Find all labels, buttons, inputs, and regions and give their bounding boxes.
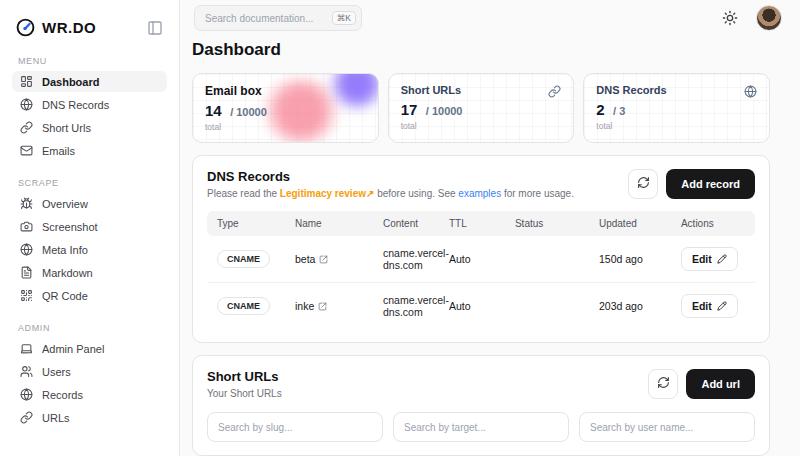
dashboard-icon (20, 75, 33, 88)
external-link-icon (319, 255, 328, 264)
stat-card-title: DNS Records (596, 84, 666, 96)
record-type-badge: CNAME (217, 250, 270, 268)
user-avatar[interactable] (756, 5, 782, 31)
link-icon (20, 411, 33, 424)
link-icon (20, 121, 33, 134)
dns-records-table: Type Name Content TTL Status Updated Act… (207, 211, 755, 329)
main-column: ⌘K Dashboard Email box (180, 0, 800, 456)
sidebar-item-label: Users (42, 366, 71, 378)
record-name-link[interactable]: inke (295, 300, 383, 312)
record-name-link[interactable]: beta (295, 253, 383, 265)
col-header-updated: Updated (599, 218, 681, 229)
stat-card-dns-records: DNS Records 2 / 3 total (583, 73, 770, 143)
sidebar-item-screenshot[interactable]: Screenshot (12, 216, 167, 237)
col-header-content: Content (383, 218, 449, 229)
stat-card-title: Email box (205, 84, 262, 98)
sidebar-item-short-urls[interactable]: Short Urls (12, 117, 167, 138)
search-by-user-name-input[interactable] (579, 412, 755, 442)
desc-text: Please read the (207, 188, 280, 199)
sidebar-item-label: Admin Panel (42, 343, 104, 355)
search-input[interactable] (205, 13, 332, 24)
edit-label: Edit (692, 253, 712, 265)
refresh-icon (657, 376, 670, 392)
desc-text: for more usage. (501, 188, 574, 199)
dns-panel-description: Please read the Legitimacy review↗ befor… (207, 188, 574, 199)
record-content: cname.vercel-dns.com (383, 294, 449, 318)
legitimacy-review-link[interactable]: Legitimacy review↗ (280, 188, 375, 199)
record-type-badge: CNAME (217, 297, 270, 315)
stat-card-caption: total (401, 121, 562, 131)
sidebar-item-admin-panel[interactable]: Admin Panel (12, 338, 167, 359)
sidebar-item-users[interactable]: Users (12, 361, 167, 382)
sidebar-item-records[interactable]: Records (12, 384, 167, 405)
add-url-button[interactable]: Add url (686, 369, 755, 399)
sidebar-section-admin: ADMIN (18, 323, 161, 333)
globe-icon (744, 84, 757, 97)
camera-icon (20, 220, 33, 233)
sidebar-item-dashboard[interactable]: Dashboard (12, 71, 167, 92)
short-urls-subtitle: Your Short URLs (207, 388, 282, 399)
dns-panel-title: DNS Records (207, 169, 574, 184)
short-urls-filters (207, 412, 755, 442)
sidebar-item-label: Screenshot (42, 221, 98, 233)
gauge-logo-icon (16, 18, 35, 37)
sidebar-item-emails[interactable]: Emails (12, 140, 167, 161)
dns-records-panel: DNS Records Please read the Legitimacy r… (192, 155, 770, 343)
record-content: cname.vercel-dns.com (383, 247, 449, 271)
globe-icon (20, 98, 33, 111)
record-updated: 203d ago (599, 300, 681, 312)
search-by-target-input[interactable] (393, 412, 569, 442)
external-link-icon (318, 302, 327, 311)
sidebar-section-menu: MENU (18, 56, 161, 66)
col-header-actions: Actions (681, 218, 745, 229)
link-text: Legitimacy review (280, 188, 366, 199)
sidebar-item-label: QR Code (42, 290, 88, 302)
sidebar-item-dns-records[interactable]: DNS Records (12, 94, 167, 115)
stat-card-short-urls: Short URLs 17 / 10000 total (388, 73, 575, 143)
sidebar-item-label: Meta Info (42, 244, 88, 256)
theme-toggle-sun-icon[interactable] (722, 10, 738, 26)
stat-card-limit: / 10000 (426, 105, 463, 117)
edit-record-button[interactable]: Edit (681, 247, 738, 271)
sidebar-item-urls[interactable]: URLs (12, 407, 167, 428)
short-urls-panel: Short URLs Your Short URLs Add url (192, 355, 770, 456)
col-header-ttl: TTL (449, 218, 515, 229)
toggle-knob (499, 308, 513, 322)
search-by-slug-input[interactable] (207, 412, 383, 442)
sidebar-item-markdown[interactable]: Markdown (12, 262, 167, 283)
stat-card-caption: total (205, 122, 366, 132)
refresh-button[interactable] (628, 169, 658, 199)
globe-icon (20, 243, 33, 256)
laptop-icon (20, 342, 33, 355)
sidebar-item-overview[interactable]: Overview (12, 193, 167, 214)
sidebar-item-label: Dashboard (42, 76, 99, 88)
sidebar: WR.DO MENU Dashboard DNS Records Short U… (0, 0, 180, 456)
sidebar-item-meta-info[interactable]: Meta Info (12, 239, 167, 260)
search-box[interactable]: ⌘K (194, 5, 362, 31)
topbar: ⌘K (180, 0, 800, 36)
app-window: WR.DO MENU Dashboard DNS Records Short U… (0, 0, 800, 456)
stat-cards-row: Email box 14 / 10000 total Short URLs 17 (192, 73, 770, 143)
sidebar-collapse-icon[interactable] (147, 20, 163, 36)
sidebar-item-label: Markdown (42, 267, 93, 279)
pencil-icon (717, 301, 727, 311)
stat-card-value: 2 (596, 101, 604, 118)
main-content: Dashboard Email box 14 / 10000 total (180, 36, 800, 456)
edit-record-button[interactable]: Edit (681, 294, 738, 318)
stat-card-limit: / 10000 (230, 106, 267, 118)
examples-link[interactable]: examples (458, 188, 501, 199)
record-updated: 150d ago (599, 253, 681, 265)
stat-card-value: 14 (205, 102, 222, 119)
add-record-button[interactable]: Add record (666, 169, 755, 199)
users-icon (20, 365, 33, 378)
stat-card-title: Short URLs (401, 84, 462, 96)
short-urls-title: Short URLs (207, 369, 282, 384)
stat-card-value: 17 (401, 101, 418, 118)
stat-card-email-box: Email box 14 / 10000 total (192, 73, 379, 143)
sidebar-item-label: Overview (42, 198, 88, 210)
col-header-name: Name (295, 218, 383, 229)
col-header-type: Type (217, 218, 295, 229)
record-name: inke (295, 300, 314, 312)
sidebar-item-qr-code[interactable]: QR Code (12, 285, 167, 306)
refresh-button[interactable] (648, 369, 678, 399)
